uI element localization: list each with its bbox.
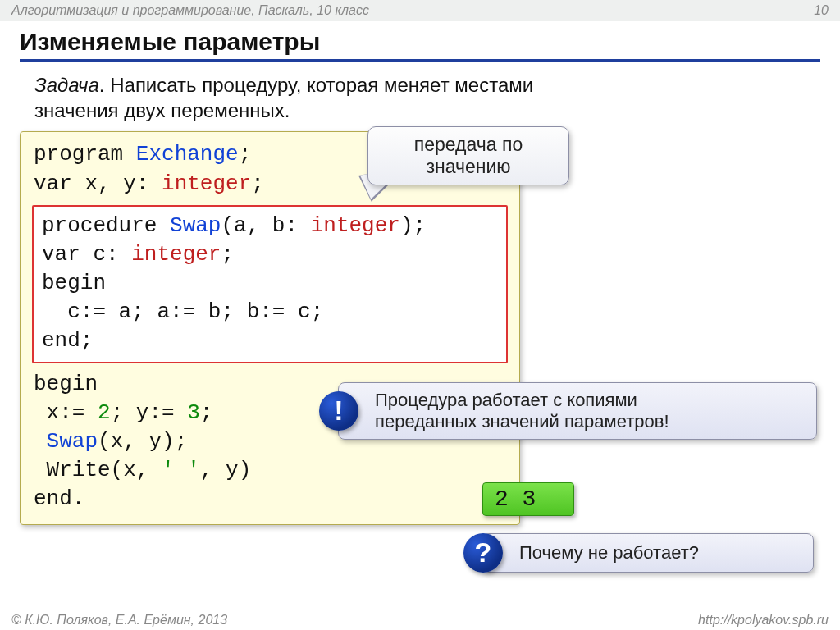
output-box: 2 3 (482, 482, 574, 516)
code-line: end; (42, 326, 498, 355)
note-line: Почему не работает? (519, 542, 699, 563)
code-box: program Exchange; var x, y: integer; pro… (20, 131, 520, 524)
task-text: Задача. Написать процедуру, которая меня… (34, 73, 820, 123)
page-number: 10 (814, 3, 829, 18)
task-label: Задача (34, 74, 99, 96)
code-line: var c: integer; (42, 240, 498, 269)
bubble-line: значению (380, 156, 557, 178)
note-exclamation: ! Процедура работает с копиями переданны… (338, 382, 817, 440)
procedure-frame: procedure Swap(a, b: integer); var c: in… (32, 205, 508, 363)
code-line: c:= a; a:= b; b:= c; (42, 298, 498, 326)
code-line: procedure Swap(a, b: integer); (42, 212, 498, 240)
note-line: Процедура работает с копиями (375, 390, 803, 411)
exclamation-badge-icon: ! (319, 391, 358, 431)
note-question: ? Почему не работает? (482, 533, 814, 573)
code-line: end. (34, 485, 506, 514)
task-body-2: значения двух переменных. (34, 99, 290, 121)
speech-bubble: передача по значению (368, 126, 569, 185)
footer-right: http://kpolyakov.spb.ru (698, 613, 829, 628)
footer-bar: © К.Ю. Поляков, Е.А. Ерёмин, 2013 http:/… (0, 609, 840, 630)
header-left: Алгоритмизация и программирование, Паска… (11, 3, 369, 18)
header-bar: Алгоритмизация и программирование, Паска… (0, 0, 840, 21)
code-line: begin (42, 269, 498, 298)
code-line: Write(x, ' ', y) (34, 456, 506, 485)
footer-left: © К.Ю. Поляков, Е.А. Ерёмин, 2013 (11, 613, 227, 628)
note-line: переданных значений параметров! (375, 411, 803, 432)
code-stage: program Exchange; var x, y: integer; pro… (20, 131, 820, 524)
question-badge-icon: ? (463, 533, 503, 573)
slide-content: Изменяемые параметры Задача. Написать пр… (0, 21, 840, 525)
bubble-line: передача по (380, 134, 557, 156)
slide-title: Изменяемые параметры (20, 28, 820, 62)
task-body-1: . Написать процедуру, которая меняет мес… (99, 74, 533, 96)
